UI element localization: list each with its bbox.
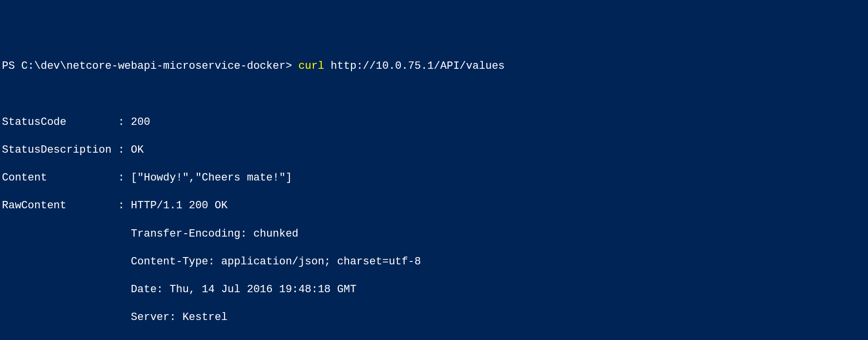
output-row: StatusDescription : OK [2,143,866,158]
row-value: OK [131,144,144,156]
output-row: Content-Type: application/json; charset=… [2,255,866,269]
command-arg: http://10.0.75.1/API/values [324,60,505,72]
terminal-output: StatusCode : 200 StatusDescription : OK … [2,101,866,340]
row-label: RawContent : [2,200,131,212]
row-label: StatusDescription : [2,144,131,156]
output-row: Content : ["Howdy!","Cheers mate!"] [2,171,866,185]
row-label [2,256,131,268]
output-row: Date: Thu, 14 Jul 2016 19:48:18 GMT [2,283,866,297]
output-row: Transfer-Encoding: chunked [2,227,866,241]
output-row: StatusCode : 200 [2,116,866,130]
row-label: Content : [2,172,131,184]
terminal-prompt-line[interactable]: PS C:\dev\netcore-webapi-microservice-do… [2,60,866,74]
row-value: ["Howdy!","Cheers mate!"] [131,172,292,184]
row-value: Transfer-Encoding: chunked [131,228,298,240]
output-row: Server: Kestrel [2,311,866,325]
prompt-prefix: PS C:\dev\netcore-webapi-microservice-do… [2,60,298,72]
row-label: StatusCode : [2,116,131,128]
row-label [2,228,131,240]
row-value: Server: Kestrel [131,311,227,323]
row-label [2,311,131,323]
row-value: Content-Type: application/json; charset=… [131,256,421,268]
row-label [2,283,131,296]
output-row: RawContent : HTTP/1.1 200 OK [2,199,866,213]
row-value: HTTP/1.1 200 OK [131,200,227,212]
row-value: Date: Thu, 14 Jul 2016 19:48:18 GMT [131,283,356,296]
command-name: curl [298,60,324,72]
row-value: 200 [131,116,150,128]
